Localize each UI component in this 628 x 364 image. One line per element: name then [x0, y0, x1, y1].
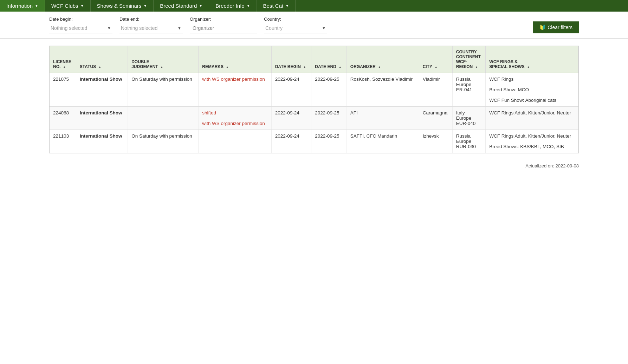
country-caret: ▼ [322, 26, 326, 30]
col-wcf-rings[interactable]: WCF RINGS &SPECIAL SHOWS ▲ [486, 46, 578, 73]
filter-date-end: Date end: Nothing selected ▼ [119, 16, 183, 33]
cell-date-end: 2022-09-25 [311, 107, 347, 130]
organizer-input[interactable] [190, 23, 257, 33]
cell-organizer: SAFFI, CFC Mandarin [347, 130, 419, 153]
remarks-link[interactable]: shifted [202, 110, 216, 115]
nav-label-breeder-info: Breeder Info [215, 3, 245, 9]
table-body: 221075International ShowOn Saturday with… [50, 73, 578, 153]
col-status[interactable]: STATUS ▲ [76, 46, 128, 73]
cell-double-judgement: On Saturday with permission [128, 130, 199, 153]
cell-status: International Show [76, 107, 128, 130]
shows-table-container: LICENSENO. ▲ STATUS ▲ DOUBLEJUDGEMENT ▲ … [49, 46, 579, 153]
nav-label-shows-seminars: Shows & Seminars [97, 3, 142, 9]
actualized-text: Actualized on: 2022-09-08 [525, 163, 579, 168]
country-select-wrap[interactable]: Country ▼ [264, 23, 327, 33]
nav-caret-information: ▼ [35, 4, 38, 8]
date-end-select-wrap[interactable]: Nothing selected ▼ [119, 23, 183, 33]
date-begin-select[interactable]: Nothing selected [49, 23, 107, 33]
date-begin-label: Date begin: [49, 16, 112, 22]
status-text: International Show [80, 133, 122, 139]
cell-wcf-rings: WCF Rings Adult, Kitten/Junior, Neuter [486, 107, 578, 130]
date-end-select[interactable]: Nothing selected [119, 23, 177, 33]
nav-bar: Information▼WCF Clubs▼Shows & Seminars▼B… [0, 0, 628, 12]
col-double-judgement[interactable]: DOUBLEJUDGEMENT ▲ [128, 46, 199, 73]
clear-filters-button[interactable]: 🔰 Clear filters [533, 21, 579, 33]
cell-double-judgement: On Saturday with permission [128, 73, 199, 107]
cell-date-begin: 2022-09-24 [271, 73, 311, 107]
cell-wcf-rings: WCF Rings Adult, Kitten/Junior, NeuterBr… [486, 130, 578, 153]
date-begin-select-wrap[interactable]: Nothing selected ▼ [49, 23, 112, 33]
table-row: 221103International ShowOn Saturday with… [50, 130, 578, 153]
cell-country: ItalyEuropeEUR-040 [452, 107, 486, 130]
cell-status: International Show [76, 73, 128, 107]
nav-caret-breeder-info: ▼ [247, 4, 250, 8]
col-date-end[interactable]: DATE END ▲ [311, 46, 347, 73]
col-date-begin[interactable]: DATE BEGIN ▲ [271, 46, 311, 73]
cell-country: RussiaEuropeER-041 [452, 73, 486, 107]
header-row: LICENSENO. ▲ STATUS ▲ DOUBLEJUDGEMENT ▲ … [50, 46, 578, 73]
cell-city: Izhevsk [419, 130, 452, 153]
filter-date-begin: Date begin: Nothing selected ▼ [49, 16, 112, 33]
cell-date-end: 2022-09-25 [311, 73, 347, 107]
cell-remarks [199, 130, 271, 153]
cell-double-judgement [128, 107, 199, 130]
cell-license: 221075 [50, 73, 76, 107]
cell-city: Caramagna [419, 107, 452, 130]
remarks-link[interactable]: with WS organizer permission [202, 121, 265, 126]
nav-label-best-cat: Best Cat [263, 3, 284, 9]
cell-city: Vladimir [419, 73, 452, 107]
cell-remarks[interactable]: shiftedwith WS organizer permission [199, 107, 271, 130]
shows-table: LICENSENO. ▲ STATUS ▲ DOUBLEJUDGEMENT ▲ … [50, 46, 578, 153]
cell-remarks[interactable]: with WS organizer permission [199, 73, 271, 107]
footer: Actualized on: 2022-09-08 [0, 160, 628, 171]
cell-organizer: AFI [347, 107, 419, 130]
cell-organizer: RosKosh, Sozvezdie Vladimir [347, 73, 419, 107]
col-remarks[interactable]: REMARKS ▲ [199, 46, 271, 73]
status-text: International Show [80, 77, 122, 82]
cell-date-begin: 2022-09-24 [271, 107, 311, 130]
cell-country: RussiaEuropeRUR-030 [452, 130, 486, 153]
table-row: 224068International Showshiftedwith WS o… [50, 107, 578, 130]
status-text: International Show [80, 110, 122, 115]
cell-date-end: 2022-09-25 [311, 130, 347, 153]
col-license[interactable]: LICENSENO. ▲ [50, 46, 76, 73]
cell-status: International Show [76, 130, 128, 153]
nav-label-breed-standard: Breed Standard [160, 3, 197, 9]
filter-country: Country: Country ▼ [264, 16, 327, 33]
country-select[interactable]: Country [264, 23, 322, 33]
remarks-link[interactable]: with WS organizer permission [202, 77, 265, 82]
nav-item-wcf-clubs[interactable]: WCF Clubs▼ [45, 0, 91, 12]
col-city[interactable]: CITY ▲ [419, 46, 452, 73]
nav-label-information: Information [6, 3, 33, 9]
nav-label-wcf-clubs: WCF Clubs [51, 3, 78, 9]
nav-item-breed-standard[interactable]: Breed Standard▼ [154, 0, 209, 12]
table-header: LICENSENO. ▲ STATUS ▲ DOUBLEJUDGEMENT ▲ … [50, 46, 578, 73]
cell-date-begin: 2022-09-24 [271, 130, 311, 153]
nav-item-breeder-info[interactable]: Breeder Info▼ [209, 0, 257, 12]
nav-item-shows-seminars[interactable]: Shows & Seminars▼ [91, 0, 154, 12]
filter-organizer: Organizer: [190, 16, 257, 33]
nav-caret-shows-seminars: ▼ [143, 4, 147, 8]
date-end-caret: ▼ [177, 26, 181, 30]
nav-item-information[interactable]: Information▼ [0, 0, 45, 12]
nav-item-best-cat[interactable]: Best Cat▼ [257, 0, 296, 12]
cell-license: 221103 [50, 130, 76, 153]
filter-icon: 🔰 [539, 25, 545, 30]
cell-wcf-rings: WCF RingsBreed Show: MCOWCF Fun Show: Ab… [486, 73, 578, 107]
country-label: Country: [264, 16, 327, 22]
col-organizer[interactable]: ORGANIZER ▲ [347, 46, 419, 73]
date-end-label: Date end: [119, 16, 183, 22]
date-begin-caret: ▼ [107, 26, 111, 30]
nav-caret-wcf-clubs: ▼ [80, 4, 84, 8]
nav-caret-breed-standard: ▼ [199, 4, 202, 8]
table-row: 221075International ShowOn Saturday with… [50, 73, 578, 107]
cell-license: 224068 [50, 107, 76, 130]
filters-bar: Date begin: Nothing selected ▼ Date end:… [0, 12, 628, 39]
organizer-label: Organizer: [190, 16, 257, 22]
col-country[interactable]: COUNTRYCONTINENTWCF-REGION ▲ [452, 46, 486, 73]
nav-caret-best-cat: ▼ [285, 4, 289, 8]
